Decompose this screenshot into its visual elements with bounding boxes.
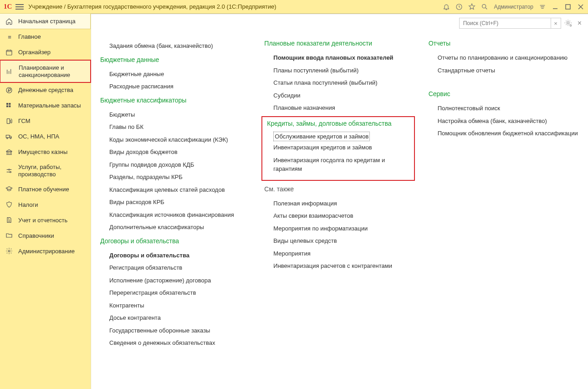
svg-point-1 — [482, 4, 486, 8]
link-item[interactable]: Полнотекстовый поиск — [429, 102, 579, 115]
link-item[interactable]: Главы по БК — [100, 121, 251, 133]
link-item[interactable]: Помощник обновления бюджетной классифика… — [429, 127, 579, 140]
sidebar-item-admin[interactable]: Администрирование — [0, 243, 91, 259]
sidebar-item-treasury[interactable]: Имущество казны — [0, 144, 91, 160]
link-item[interactable]: Классификация источников финансирования — [100, 209, 251, 221]
svg-rect-9 — [9, 106, 10, 107]
search-icon[interactable] — [481, 3, 488, 10]
sidebar-item-materials[interactable]: Материальные запасы — [0, 98, 91, 113]
group-header: Плановые показатели деятельности — [264, 40, 414, 47]
link-item[interactable]: Разделы, подразделы КРБ — [100, 171, 251, 184]
link-item[interactable]: Бюджеты — [100, 108, 251, 121]
star-icon[interactable] — [468, 3, 476, 10]
history-icon[interactable] — [455, 3, 463, 10]
main-toolbar: × × — [459, 18, 582, 29]
link-item[interactable]: Полезная информация — [264, 197, 414, 210]
grid-icon — [5, 102, 14, 109]
sidebar-item-catalogs[interactable]: Справочники — [0, 228, 91, 243]
user-label[interactable]: Администратор — [494, 4, 533, 10]
sidebar-item-taxes[interactable]: Налоги — [0, 197, 91, 212]
link-item[interactable]: Регистрация обязательств — [100, 261, 251, 274]
svg-point-5 — [6, 87, 12, 93]
ruble-icon — [5, 87, 14, 94]
main-menu-button[interactable] — [15, 3, 24, 11]
svg-rect-7 — [9, 103, 10, 105]
link-item[interactable]: Акты сверки взаиморасчетов — [264, 210, 414, 222]
link-item[interactable]: Досье контрагента — [100, 312, 251, 324]
maximize-button[interactable] — [564, 3, 572, 10]
settings-lines-icon[interactable] — [539, 3, 546, 10]
link-item[interactable]: Группы подвидов доходов КДБ — [100, 159, 251, 171]
svg-rect-10 — [7, 119, 10, 124]
link-item[interactable]: Виды расходов КРБ — [100, 196, 251, 209]
graduation-icon — [5, 185, 14, 193]
link-item[interactable]: Расходные расписания — [100, 80, 251, 93]
link-item[interactable]: Задания обмена (банк, казначейство) — [100, 40, 251, 52]
link-item[interactable]: Виды целевых средств — [264, 235, 414, 247]
minimize-button[interactable] — [552, 3, 559, 10]
sidebar-item-label: Учет и отчетность — [18, 217, 67, 224]
bell-icon[interactable] — [443, 3, 450, 10]
link-item[interactable]: Отчеты по планированию и санкционировани… — [429, 51, 579, 64]
link-item[interactable]: Инвентаризация расчетов с контрагентами — [264, 260, 414, 272]
link-item[interactable]: Исполнение (расторжение) договора — [100, 274, 251, 287]
link-item-focused[interactable]: Обслуживание кредитов и займов — [273, 132, 370, 142]
sidebar-item-fuel[interactable]: ГСМ — [0, 113, 91, 129]
search-input[interactable] — [460, 18, 551, 28]
sidebar-item-main[interactable]: ≡ Главное — [0, 29, 91, 45]
clear-search-button[interactable]: × — [551, 18, 561, 28]
link-item[interactable]: Инвентаризация госдолга по кредитам и га… — [264, 154, 412, 175]
sidebar-item-organizer[interactable]: Органайзер — [0, 45, 91, 60]
home-icon — [5, 18, 14, 25]
svg-point-14 — [9, 169, 10, 170]
svg-point-12 — [7, 138, 8, 139]
link-item[interactable]: Виды доходов бюджетов — [100, 146, 251, 159]
link-item[interactable]: Субсидии — [264, 89, 414, 102]
svg-rect-3 — [566, 5, 570, 9]
link-item[interactable]: Коды экономической классификации (КЭК) — [100, 133, 251, 146]
sidebar-item-assets[interactable]: ОС, НМА, НПА — [0, 129, 91, 144]
link-item[interactable]: Планы поступлений (выбытий) — [264, 64, 414, 77]
link-item[interactable]: Классификация целевых статей расходов — [100, 184, 251, 196]
search-box: × — [459, 18, 561, 29]
link-item[interactable]: Плановые назначения — [264, 102, 414, 114]
link-item[interactable]: Бюджетные данные — [100, 68, 251, 81]
link-item[interactable]: Помощник ввода плановых показателей — [264, 51, 414, 64]
sidebar-item-label: Планирование и санкционирование — [19, 64, 85, 78]
link-item[interactable]: Перерегистрация обязательств — [100, 287, 251, 299]
sidebar-item-education[interactable]: Платное обучение — [0, 181, 91, 197]
group-header: Бюджетные данные — [100, 56, 251, 63]
link-item[interactable]: Мероприятия по информатизации — [264, 222, 414, 235]
link-item[interactable]: Статьи плана поступлений (выбытий) — [264, 77, 414, 89]
sidebar-item-label: Налоги — [18, 201, 38, 209]
titlebar: 1С Учреждение / Бухгалтерия государствен… — [0, 0, 588, 14]
link-item[interactable]: Мероприятия — [264, 247, 414, 260]
link-item[interactable]: Дополнительные классификаторы — [100, 221, 251, 234]
calendar-icon — [5, 49, 14, 56]
group-header: Сервис — [429, 90, 579, 97]
sidebar-item-money[interactable]: Денежные средства — [0, 82, 91, 98]
close-section-button[interactable]: × — [578, 19, 582, 27]
sidebar-item-planning[interactable]: Планирование и санкционирование — [0, 60, 91, 83]
link-item[interactable]: Контрагенты — [100, 299, 251, 312]
sidebar-item-services[interactable]: Услуги, работы, производство — [0, 160, 91, 181]
link-item[interactable]: Договоры и обязательства — [100, 249, 251, 262]
link-item[interactable]: Государственные оборонные заказы — [100, 324, 251, 337]
link-item[interactable]: Настройка обмена (банк, казначейство) — [429, 115, 579, 128]
link-item[interactable]: Стандартные отчеты — [429, 64, 579, 77]
svg-rect-11 — [6, 135, 9, 138]
group-header: Договоры и обязательства — [100, 237, 251, 245]
link-item[interactable]: Сведения о денежных обязательствах — [100, 337, 251, 349]
sidebar: Начальная страница ≡ Главное Органайзер … — [0, 14, 91, 389]
sidebar-item-label: Администрирование — [18, 248, 75, 255]
report-icon — [5, 216, 14, 224]
link-item[interactable]: Инвентаризация кредитов и займов — [264, 141, 412, 154]
svg-point-15 — [10, 171, 11, 173]
main-panel: × × Задания обмена (банк, казначейство) … — [91, 14, 588, 389]
planning-icon — [6, 68, 14, 75]
close-button[interactable] — [577, 3, 584, 10]
sidebar-item-accounting[interactable]: Учет и отчетность — [0, 212, 91, 228]
settings-gear-icon[interactable] — [564, 19, 573, 28]
column-3: Отчеты Отчеты по планированию и санкцион… — [429, 40, 579, 349]
sidebar-home[interactable]: Начальная страница — [0, 14, 91, 29]
